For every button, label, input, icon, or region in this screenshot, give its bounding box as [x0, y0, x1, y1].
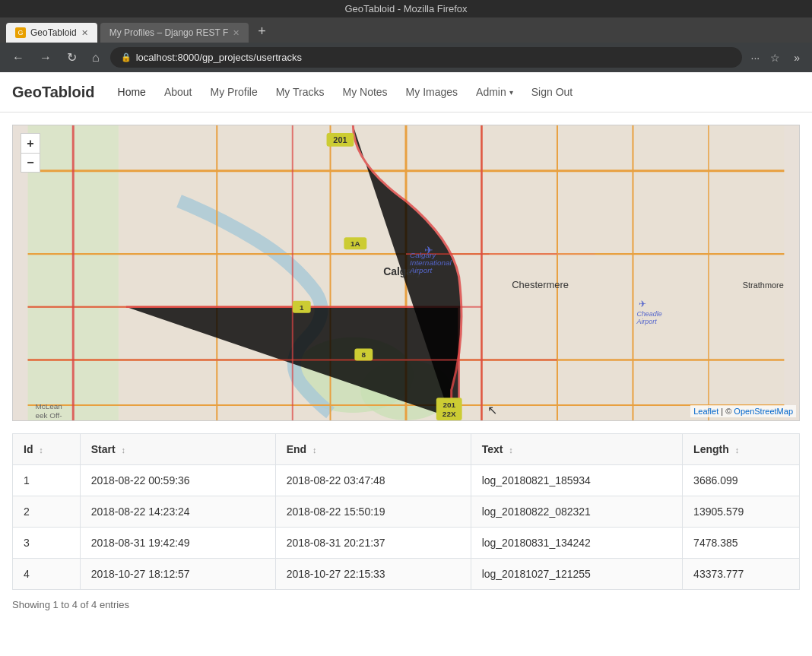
brand-link[interactable]: GeoTabloid [12, 84, 95, 101]
browser-chrome: GeoTabloid - Mozilla Firefox G GeoTabloi… [0, 0, 812, 72]
cell-start: 2018-10-27 18:12:57 [80, 559, 275, 590]
table-row: 42018-10-27 18:12:572018-10-27 22:15:33l… [13, 559, 800, 590]
home-button[interactable]: ⌂ [87, 48, 104, 68]
tab-myprofiles-close[interactable]: ✕ [233, 28, 239, 38]
osm-link[interactable]: OpenStreetMap [734, 407, 793, 416]
attribution-separator: | © [721, 407, 734, 416]
cell-end: 2018-08-22 03:47:48 [275, 465, 471, 496]
table-row: 12018-08-22 00:59:362018-08-22 03:47:48l… [13, 465, 800, 496]
col-length-label: Length [693, 443, 729, 455]
svg-text:Airport: Airport [409, 266, 433, 274]
svg-text:↖: ↖ [487, 404, 497, 417]
table-body: 12018-08-22 00:59:362018-08-22 03:47:48l… [13, 465, 800, 590]
forward-button[interactable]: → [35, 48, 56, 68]
cell-id: 2 [13, 496, 81, 528]
cell-start: 2018-08-22 00:59:36 [80, 465, 275, 496]
tab-geotabloid[interactable]: G GeoTabloid ✕ [6, 23, 97, 43]
map-attribution: Leaflet | © OpenStreetMap [690, 405, 796, 417]
map-controls: + − [21, 133, 40, 173]
address-bar: ← → ↻ ⌂ 🔒 localhost:8000/gp_projects/use… [0, 43, 812, 72]
more-button[interactable]: ··· [748, 49, 763, 67]
svg-text:8: 8 [362, 350, 366, 359]
back-button[interactable]: ← [8, 48, 29, 68]
nav-myprofile[interactable]: My Profile [202, 81, 265, 103]
leaflet-link[interactable]: Leaflet [693, 407, 718, 416]
cell-text: log_20180822_082321 [471, 496, 682, 528]
new-tab-button[interactable]: + [252, 21, 272, 43]
svg-text:Chestermere: Chestermere [512, 279, 569, 290]
tab-bar: G GeoTabloid ✕ My Profiles – Django REST… [0, 17, 812, 43]
col-text[interactable]: Text ↕ [471, 434, 682, 465]
col-id[interactable]: Id ↕ [13, 434, 81, 465]
cell-text: log_20181027_121255 [471, 559, 682, 590]
svg-text:Strathmore: Strathmore [743, 280, 784, 290]
navbar-nav: Home About My Profile My Tracks My Notes… [110, 81, 581, 103]
cell-id: 3 [13, 528, 81, 559]
col-start[interactable]: Start ↕ [80, 434, 275, 465]
tracks-table: Id ↕ Start ↕ End ↕ Text ↕ [12, 433, 800, 590]
url-text: localhost:8000/gp_projects/usertracks [136, 52, 302, 63]
nav-admin-dropdown[interactable]: Admin [468, 81, 521, 103]
cell-length: 3686.099 [683, 465, 800, 496]
svg-text:McLean: McLean [36, 402, 62, 410]
address-actions: ··· ☆ [748, 49, 784, 67]
lock-icon: 🔒 [121, 52, 132, 62]
col-text-sort-icon: ↕ [509, 445, 513, 455]
favicon-geotabloid: G [15, 27, 26, 38]
nav-mytracks[interactable]: My Tracks [268, 81, 332, 103]
svg-text:201: 201 [333, 135, 347, 144]
zoom-in-button[interactable]: + [21, 133, 40, 153]
app: GeoTabloid Home About My Profile My Trac… [0, 72, 812, 610]
svg-text:Airport: Airport [636, 318, 657, 325]
table-head: Id ↕ Start ↕ End ↕ Text ↕ [13, 434, 800, 465]
cell-end: 2018-10-27 22:15:33 [275, 559, 471, 590]
col-length-sort-icon: ↕ [735, 445, 740, 455]
address-input-container[interactable]: 🔒 localhost:8000/gp_projects/usertracks [110, 47, 742, 68]
nav-mynotes[interactable]: My Notes [335, 81, 395, 103]
svg-text:1: 1 [300, 303, 304, 312]
cell-end: 2018-08-22 15:50:19 [275, 496, 471, 528]
svg-text:✈: ✈ [424, 244, 433, 256]
tab-myprofiles[interactable]: My Profiles – Django REST F ✕ [100, 23, 249, 43]
nav-myimages[interactable]: My Images [398, 81, 465, 103]
col-end[interactable]: End ↕ [275, 434, 471, 465]
table-container: Id ↕ Start ↕ End ↕ Text ↕ [12, 433, 800, 610]
table-row: 32018-08-31 19:42:492018-08-31 20:21:37l… [13, 528, 800, 559]
navbar: GeoTabloid Home About My Profile My Trac… [0, 72, 812, 113]
col-end-label: End [287, 443, 306, 455]
title-bar: GeoTabloid - Mozilla Firefox [0, 0, 812, 17]
cell-start: 2018-08-22 14:23:24 [80, 496, 275, 528]
nav-home[interactable]: Home [110, 81, 154, 103]
cell-length: 13905.579 [683, 496, 800, 528]
cell-id: 4 [13, 559, 81, 590]
browser-title: GeoTabloid - Mozilla Firefox [6, 3, 806, 14]
col-length[interactable]: Length ↕ [683, 434, 800, 465]
zoom-out-button[interactable]: − [21, 153, 40, 173]
table-info: Showing 1 to 4 of 4 entries [12, 599, 800, 610]
extensions-button[interactable]: » [789, 49, 804, 67]
svg-text:Cheadle: Cheadle [636, 310, 661, 318]
svg-text:201: 201 [442, 401, 455, 409]
table-header-row: Id ↕ Start ↕ End ↕ Text ↕ [13, 434, 800, 465]
tab-geotabloid-label: GeoTabloid [30, 27, 77, 38]
tab-geotabloid-close[interactable]: ✕ [81, 28, 88, 38]
refresh-button[interactable]: ↻ [62, 47, 81, 68]
svg-text:eek Off-: eek Off- [36, 411, 62, 420]
svg-text:22X: 22X [442, 410, 456, 418]
cell-length: 7478.385 [683, 528, 800, 559]
col-end-sort-icon: ↕ [312, 445, 317, 455]
cell-text: log_20180821_185934 [471, 465, 682, 496]
table-row: 22018-08-22 14:23:242018-08-22 15:50:19l… [13, 496, 800, 528]
cell-text: log_20180831_134242 [471, 528, 682, 559]
col-id-label: Id [24, 443, 33, 455]
cell-id: 1 [13, 465, 81, 496]
map-svg: 201 1A 1 8 201 22X 201 [13, 125, 799, 420]
bookmark-button[interactable]: ☆ [767, 49, 783, 67]
nav-signout[interactable]: Sign Out [524, 81, 580, 103]
cell-length: 43373.777 [683, 559, 800, 590]
map-placeholder[interactable]: 201 1A 1 8 201 22X 201 [13, 125, 799, 420]
cell-start: 2018-08-31 19:42:49 [80, 528, 275, 559]
col-id-sort-icon: ↕ [39, 445, 43, 455]
nav-about[interactable]: About [157, 81, 200, 103]
svg-text:✈: ✈ [639, 299, 646, 309]
